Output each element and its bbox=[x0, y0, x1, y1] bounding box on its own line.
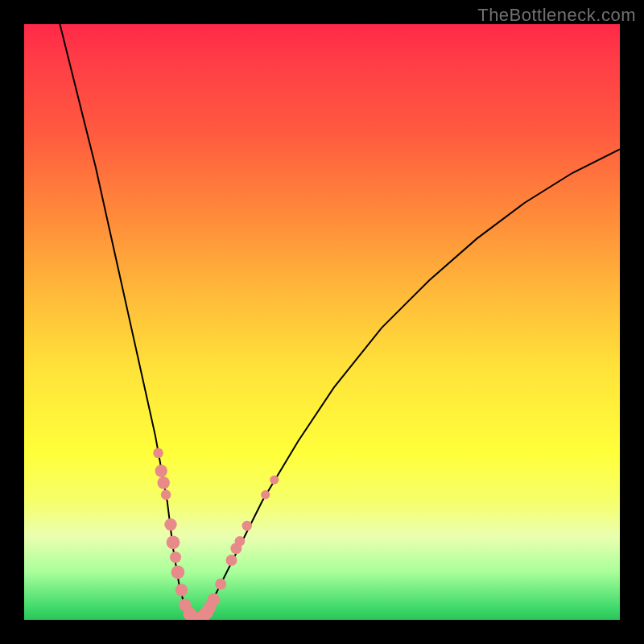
data-marker bbox=[171, 565, 185, 579]
chart-svg bbox=[24, 24, 620, 620]
data-marker bbox=[170, 551, 181, 563]
data-marker bbox=[215, 579, 226, 590]
bottleneck-curve bbox=[60, 24, 620, 620]
data-marker bbox=[242, 521, 253, 531]
chart-frame: TheBottleneck.com bbox=[0, 0, 644, 644]
data-marker bbox=[226, 555, 237, 566]
data-marker bbox=[261, 490, 270, 499]
data-marker bbox=[161, 489, 171, 500]
data-marker bbox=[158, 477, 170, 489]
data-marker bbox=[164, 518, 176, 530]
data-marker bbox=[153, 448, 163, 459]
data-marker bbox=[270, 476, 279, 485]
watermark-text: TheBottleneck.com bbox=[477, 5, 636, 26]
data-marker bbox=[175, 584, 188, 596]
data-marker bbox=[235, 536, 246, 547]
data-marker bbox=[208, 593, 220, 605]
plot-area bbox=[24, 24, 620, 620]
data-marker bbox=[167, 535, 180, 549]
data-marker bbox=[155, 464, 167, 477]
